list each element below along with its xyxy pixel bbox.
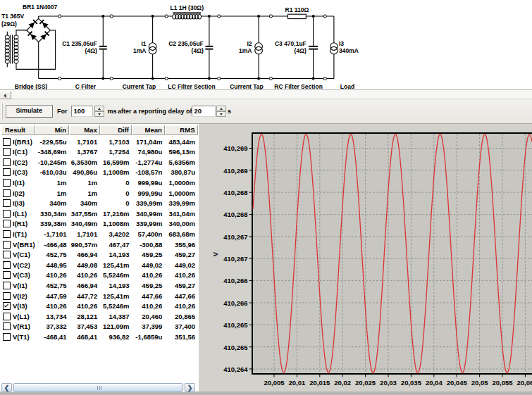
svg-text:R1 110Ω: R1 110Ω	[285, 6, 309, 13]
svg-text:(4Ω): (4Ω)	[192, 47, 204, 54]
svg-text:410,264: 410,264	[223, 365, 248, 373]
svg-text:410,267: 410,267	[223, 233, 247, 241]
svg-text:L1 1H (30Ω): L1 1H (30Ω)	[171, 4, 204, 11]
svg-text:410,267: 410,267	[223, 255, 247, 263]
svg-text:V: V	[211, 251, 219, 256]
svg-text:I2: I2	[247, 40, 252, 47]
svg-text:(29Ω): (29Ω)	[1, 20, 17, 27]
svg-text:20,03: 20,03	[380, 379, 397, 387]
svg-text:410,265: 410,265	[223, 321, 248, 329]
svg-text:340mA: 340mA	[339, 47, 359, 54]
svg-text:410,265: 410,265	[223, 344, 248, 351]
svg-text:20,025: 20,025	[355, 379, 376, 387]
svg-text:C1 235,05uF: C1 235,05uF	[62, 40, 97, 47]
svg-text:C2 235,05uF: C2 235,05uF	[168, 40, 204, 47]
svg-text:20,06: 20,06	[517, 379, 532, 387]
svg-text:410,266: 410,266	[223, 277, 247, 284]
svg-text:BR1 1N4007: BR1 1N4007	[23, 4, 57, 11]
svg-text:1mA: 1mA	[239, 47, 252, 54]
svg-text:410,268: 410,268	[223, 189, 247, 196]
svg-text:C3 470,1uF: C3 470,1uF	[275, 40, 307, 47]
svg-text:T1 365V: T1 365V	[1, 13, 24, 20]
svg-text:(4Ω): (4Ω)	[85, 47, 97, 54]
svg-text:20,015: 20,015	[309, 379, 330, 387]
svg-text:20,04: 20,04	[426, 379, 443, 387]
svg-text:20,05: 20,05	[471, 379, 488, 387]
svg-text:20,055: 20,055	[492, 379, 513, 387]
svg-text:I3: I3	[339, 40, 344, 47]
svg-text:20,02: 20,02	[334, 379, 351, 387]
svg-text:20,035: 20,035	[401, 379, 422, 387]
svg-text:20,005: 20,005	[264, 379, 285, 387]
svg-text:410,268: 410,268	[223, 211, 247, 218]
svg-text:410,269: 410,269	[223, 167, 247, 175]
svg-text:20,01: 20,01	[289, 379, 306, 387]
svg-text:(4Ω): (4Ω)	[295, 47, 307, 54]
svg-text:410,269: 410,269	[223, 144, 247, 152]
svg-text:1mA: 1mA	[133, 47, 146, 54]
svg-text:410,266: 410,266	[223, 299, 247, 307]
svg-text:I1: I1	[141, 40, 146, 47]
svg-text:20,045: 20,045	[447, 379, 468, 387]
